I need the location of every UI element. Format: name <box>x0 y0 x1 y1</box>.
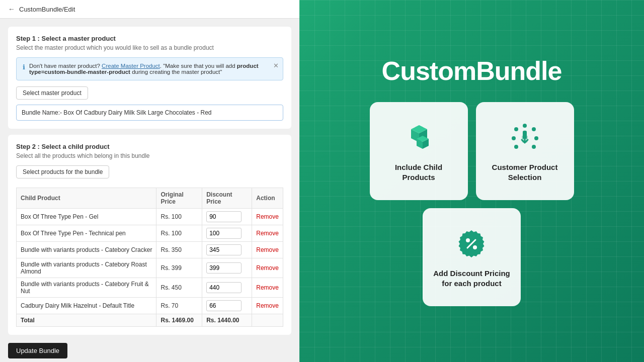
boxes-icon <box>401 120 436 155</box>
total-label: Total <box>17 314 156 327</box>
remove-link[interactable]: Remove <box>256 302 279 309</box>
product-name: Cadbury Dairy Milk Hazelnut - Default Ti… <box>17 298 156 314</box>
svg-point-6 <box>532 145 536 149</box>
table-row: Bundle with variants products - Catebory… <box>17 242 283 258</box>
step1-card: Step 1 : Select a master product Select … <box>8 27 291 129</box>
feature-card-include-child: Include ChildProducts <box>370 102 468 200</box>
product-name: Box Of Three Type Pen - Technical pen <box>17 225 156 242</box>
svg-point-4 <box>512 136 516 140</box>
discount-price-cell <box>202 258 252 278</box>
page-title: CustomBundle/Edit <box>19 6 75 13</box>
table-row: Box Of Three Type Pen - Gel Rs. 100 Remo… <box>17 209 283 225</box>
step2-title: Step 2 : Select a child product <box>16 143 283 150</box>
product-name: Bundle with variants products - Catebory… <box>17 278 156 298</box>
info-box: ℹ Don't have master product? Create Mast… <box>16 57 283 80</box>
col-original-price: Original Price <box>156 188 202 209</box>
product-name: Box Of Three Type Pen - Gel <box>17 209 156 225</box>
action-cell: Remove <box>252 278 283 298</box>
action-cell: Remove <box>252 298 283 314</box>
step1-title: Step 1 : Select a master product <box>16 35 283 42</box>
discount-price-cell <box>202 209 252 225</box>
discount-price-input[interactable] <box>206 211 242 222</box>
col-discount-price: Discount Price <box>202 188 252 209</box>
discount-price-cell <box>202 298 252 314</box>
feature-card-discount-pricing: Add Discount Pricingfor each product <box>423 208 521 306</box>
table-row: Bundle with variants products - Catebory… <box>17 278 283 298</box>
cursor-dots-icon <box>507 120 542 155</box>
svg-point-2 <box>532 127 536 131</box>
table-row: Box Of Three Type Pen - Technical pen Rs… <box>17 225 283 242</box>
info-text: Don't have master product? Create Master… <box>29 63 277 75</box>
feature-card-customer-selection-label: Customer ProductSelection <box>492 162 558 182</box>
discount-price-input[interactable] <box>206 282 242 293</box>
product-table: Child Product Original Price Discount Pr… <box>16 188 283 327</box>
discount-price-input[interactable] <box>206 244 242 255</box>
original-price: Rs. 100 <box>156 209 202 225</box>
svg-point-5 <box>514 145 518 149</box>
col-child-product: Child Product <box>17 188 156 209</box>
feature-card-discount-pricing-label: Add Discount Pricingfor each product <box>433 268 510 288</box>
update-bundle-button[interactable]: Update Bundle <box>8 343 67 358</box>
remove-link[interactable]: Remove <box>256 264 279 272</box>
table-row: Cadbury Dairy Milk Hazelnut - Default Ti… <box>17 298 283 314</box>
product-name: Bundle with variants products - Catebory… <box>17 258 156 278</box>
product-name: Bundle with variants products - Catebory… <box>17 242 156 258</box>
back-arrow[interactable]: ← <box>8 5 15 13</box>
percent-badge-icon <box>454 226 490 261</box>
svg-point-7 <box>466 238 470 242</box>
svg-point-8 <box>473 245 477 249</box>
step2-subtitle: Select all the products which belong in … <box>16 152 283 159</box>
feature-card-include-child-label: Include ChildProducts <box>395 162 442 182</box>
original-price: Rs. 450 <box>156 278 202 298</box>
svg-point-0 <box>514 127 518 131</box>
feature-cards: Include ChildProducts <box>341 102 603 306</box>
original-price: Rs. 100 <box>156 225 202 242</box>
discount-price-cell <box>202 278 252 298</box>
remove-link[interactable]: Remove <box>256 213 279 220</box>
feature-card-customer-selection: Customer ProductSelection <box>476 102 574 200</box>
remove-link[interactable]: Remove <box>256 230 279 237</box>
original-price: Rs. 399 <box>156 258 202 278</box>
brand-title: CustomBundle <box>382 56 562 86</box>
right-panel: CustomBundle <box>299 0 644 362</box>
action-cell: Remove <box>252 258 283 278</box>
remove-link[interactable]: Remove <box>256 246 279 253</box>
action-cell: Remove <box>252 225 283 242</box>
info-icon: ℹ <box>23 63 25 71</box>
total-original-price: Rs. 1469.00 <box>156 314 202 327</box>
action-cell: Remove <box>252 209 283 225</box>
table-row: Bundle with variants products - Catebory… <box>17 258 283 278</box>
col-action: Action <box>252 188 283 209</box>
svg-point-3 <box>534 136 538 140</box>
info-close-btn[interactable]: ✕ <box>273 62 279 69</box>
create-master-product-link[interactable]: Create Master Product <box>102 63 160 69</box>
discount-price-cell <box>202 225 252 242</box>
discount-price-cell <box>202 242 252 258</box>
top-bar: ← CustomBundle/Edit <box>0 0 299 19</box>
svg-point-1 <box>523 124 527 128</box>
main-content: Step 1 : Select a master product Select … <box>0 19 299 362</box>
total-row: Total Rs. 1469.00 Rs. 1440.00 <box>17 314 283 327</box>
discount-price-input[interactable] <box>206 228 242 239</box>
action-cell: Remove <box>252 242 283 258</box>
select-master-product-button[interactable]: Select master product <box>16 86 88 100</box>
original-price: Rs. 350 <box>156 242 202 258</box>
original-price: Rs. 70 <box>156 298 202 314</box>
discount-price-input[interactable] <box>206 300 242 311</box>
discount-price-input[interactable] <box>206 262 242 274</box>
step1-subtitle: Select the master product which you woul… <box>16 44 283 51</box>
step2-card: Step 2 : Select a child product Select a… <box>8 135 291 335</box>
left-panel: ← CustomBundle/Edit Step 1 : Select a ma… <box>0 0 299 362</box>
bundle-name-input[interactable] <box>16 105 283 121</box>
remove-link[interactable]: Remove <box>256 284 279 291</box>
select-products-button[interactable]: Select products for the bundle <box>16 165 109 178</box>
total-discount-price: Rs. 1440.00 <box>202 314 252 327</box>
